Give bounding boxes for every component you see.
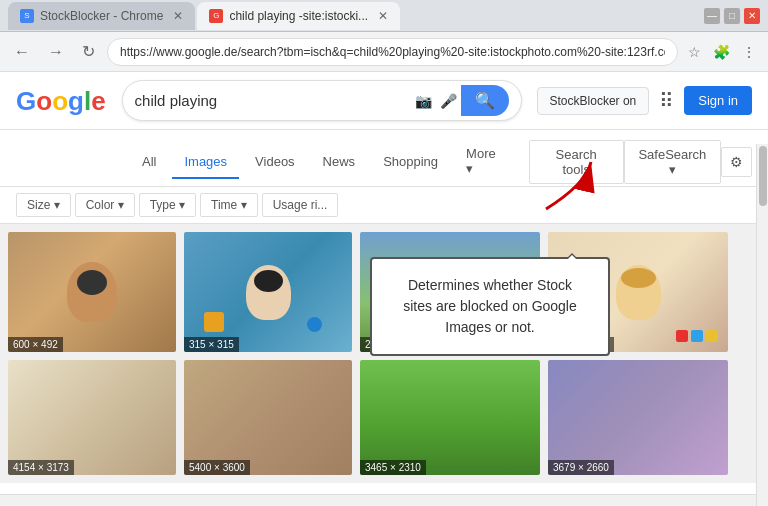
image-card-2[interactable]: 315 × 315: [184, 232, 352, 352]
google-header: Google 📷 🎤 🔍 StockBlocker on ⠿ Sign in: [0, 72, 768, 130]
color-filter[interactable]: Color ▾: [75, 193, 135, 217]
search-button[interactable]: 🔍: [461, 85, 509, 116]
apps-icon[interactable]: ⠿: [659, 89, 674, 113]
close-button[interactable]: ✕: [744, 8, 760, 24]
nav-images[interactable]: Images: [172, 146, 239, 179]
browser-window: S StockBlocker - Chrome ✕ G child playin…: [0, 0, 768, 506]
image-label-8: 3679 × 2660: [548, 460, 614, 475]
tooltip-popup: Determines whether Stock sites are block…: [370, 257, 610, 356]
tab-close-stockblocker[interactable]: ✕: [173, 9, 183, 23]
logo-g1: G: [16, 86, 36, 116]
tooltip-arrow: [536, 154, 606, 218]
window-controls: — □ ✕: [704, 8, 760, 24]
time-filter[interactable]: Time ▾: [200, 193, 258, 217]
extensions-icon[interactable]: 🧩: [709, 40, 734, 64]
gear-button[interactable]: ⚙: [721, 147, 752, 177]
image-card-7[interactable]: 3465 × 2310: [360, 360, 540, 475]
minimize-button[interactable]: —: [704, 8, 720, 24]
tab-label-search: child playing -site:istocki...: [229, 9, 368, 23]
size-filter[interactable]: Size ▾: [16, 193, 71, 217]
nav-more[interactable]: More ▾: [454, 138, 517, 186]
maximize-button[interactable]: □: [724, 8, 740, 24]
header-right: StockBlocker on ⠿ Sign in: [537, 86, 752, 115]
google-logo: Google: [16, 88, 106, 114]
search-input[interactable]: [135, 92, 415, 109]
nav-shopping[interactable]: Shopping: [371, 146, 450, 179]
image-row-2: 4154 × 3173 5400 × 3600 3465 × 2310 3679…: [0, 360, 768, 475]
reload-button[interactable]: ↻: [76, 38, 101, 65]
image-card-8[interactable]: 3679 × 2660: [548, 360, 728, 475]
nav-news[interactable]: News: [311, 146, 368, 179]
search-box: 📷 🎤 🔍: [122, 80, 522, 121]
scrollbar-vertical[interactable]: [756, 144, 768, 506]
image-label-2: 315 × 315: [184, 337, 239, 352]
search-icons: 📷 🎤: [415, 93, 457, 109]
scrollbar-thumb[interactable]: [759, 146, 767, 206]
back-button[interactable]: ←: [8, 39, 36, 65]
bookmark-icon[interactable]: ☆: [684, 40, 705, 64]
tab-label-stockblocker: StockBlocker - Chrome: [40, 9, 163, 23]
image-card-5[interactable]: 4154 × 3173: [8, 360, 176, 475]
tab-close-search[interactable]: ✕: [378, 9, 388, 23]
nav-videos[interactable]: Videos: [243, 146, 307, 179]
image-label-1: 600 × 492: [8, 337, 63, 352]
forward-button[interactable]: →: [42, 39, 70, 65]
tooltip-text: Determines whether Stock sites are block…: [403, 277, 577, 335]
usage-filter[interactable]: Usage ri...: [262, 193, 339, 217]
stockblocker-button[interactable]: StockBlocker on: [537, 87, 650, 115]
image-label-6: 5400 × 3600: [184, 460, 250, 475]
filter-bar: Size ▾ Color ▾ Type ▾ Time ▾ Usage ri...: [0, 187, 768, 224]
tab-stockblocker[interactable]: S StockBlocker - Chrome ✕: [8, 2, 195, 30]
nav-all[interactable]: All: [130, 146, 168, 179]
tab-favicon-stockblocker: S: [20, 9, 34, 23]
image-label-7: 3465 × 2310: [360, 460, 426, 475]
safe-search-button[interactable]: SafeSearch ▾: [624, 140, 721, 184]
image-card-6[interactable]: 5400 × 3600: [184, 360, 352, 475]
logo-g2: g: [68, 86, 84, 116]
sign-in-button[interactable]: Sign in: [684, 86, 752, 115]
camera-icon[interactable]: 📷: [415, 93, 432, 109]
menu-icon[interactable]: ⋮: [738, 40, 760, 64]
scrollbar-horizontal[interactable]: [0, 494, 756, 506]
tab-search[interactable]: G child playing -site:istocki... ✕: [197, 2, 400, 30]
image-card-1[interactable]: 600 × 492: [8, 232, 176, 352]
logo-o1: o: [36, 86, 52, 116]
tab-favicon-search: G: [209, 9, 223, 23]
browser-toolbar: ← → ↻ ☆ 🧩 ⋮: [0, 32, 768, 72]
logo-e: e: [91, 86, 105, 116]
microphone-icon[interactable]: 🎤: [440, 93, 457, 109]
search-nav: All Images Videos News Shopping More ▾ S…: [0, 130, 768, 187]
logo-o2: o: [52, 86, 68, 116]
image-label-5: 4154 × 3173: [8, 460, 74, 475]
address-bar[interactable]: [107, 38, 678, 66]
type-filter[interactable]: Type ▾: [139, 193, 196, 217]
titlebar: S StockBlocker - Chrome ✕ G child playin…: [0, 0, 768, 32]
page-content: Google 📷 🎤 🔍 StockBlocker on ⠿ Sign in A…: [0, 72, 768, 506]
toolbar-icons: ☆ 🧩 ⋮: [684, 40, 760, 64]
